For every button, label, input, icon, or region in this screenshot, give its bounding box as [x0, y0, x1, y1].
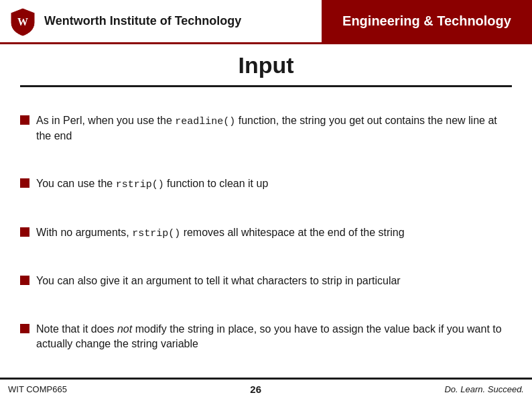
header: W Wentworth Institute of Technology Engi…: [0, 0, 532, 44]
bullet-list: As in Perl, when you use the readline() …: [20, 94, 512, 371]
list-item: Note that it does not modify the string …: [20, 321, 512, 353]
slide: W Wentworth Institute of Technology Engi…: [0, 0, 532, 399]
footer: WIT COMP665 26 Do. Learn. Succeed.: [0, 378, 532, 399]
footer-motto: Do. Learn. Succeed.: [444, 384, 524, 394]
code-readline: readline(): [175, 116, 235, 127]
bullet-icon: [20, 324, 29, 333]
list-item: You can use the rstrip() function to cle…: [20, 175, 512, 193]
bullet-text-3: With no arguments, rstrip() removes all …: [36, 225, 512, 241]
bullet-icon: [20, 227, 29, 237]
footer-course: WIT COMP665: [8, 384, 67, 394]
bullet-icon: [20, 115, 29, 125]
logo-icon: W: [8, 7, 38, 36]
code-rstrip1: rstrip(): [116, 179, 164, 190]
slide-title: Input: [20, 44, 512, 87]
list-item: As in Perl, when you use the readline() …: [20, 112, 512, 145]
footer-page: 26: [250, 384, 261, 395]
bullet-icon: [20, 276, 29, 285]
header-left: W Wentworth Institute of Technology: [0, 0, 322, 42]
department-name: Engineering & Technology: [342, 13, 511, 29]
list-item: With no arguments, rstrip() removes all …: [20, 224, 512, 242]
svg-text:W: W: [17, 16, 28, 27]
code-rstrip2: rstrip(): [132, 228, 180, 239]
italic-not: not: [117, 323, 132, 335]
list-item: You can also give it an argument to tell…: [20, 272, 512, 290]
bullet-text-1: As in Perl, when you use the readline() …: [36, 113, 512, 144]
bullet-icon: [20, 178, 29, 188]
bullet-text-2: You can use the rstrip() function to cle…: [36, 176, 512, 192]
institution-name: Wentworth Institute of Technology: [44, 14, 241, 29]
bullet-text-4: You can also give it an argument to tell…: [36, 274, 512, 288]
slide-content: Input As in Perl, when you use the readl…: [0, 44, 532, 378]
bullet-text-5: Note that it does not modify the string …: [36, 322, 512, 352]
header-right: Engineering & Technology: [322, 0, 532, 42]
